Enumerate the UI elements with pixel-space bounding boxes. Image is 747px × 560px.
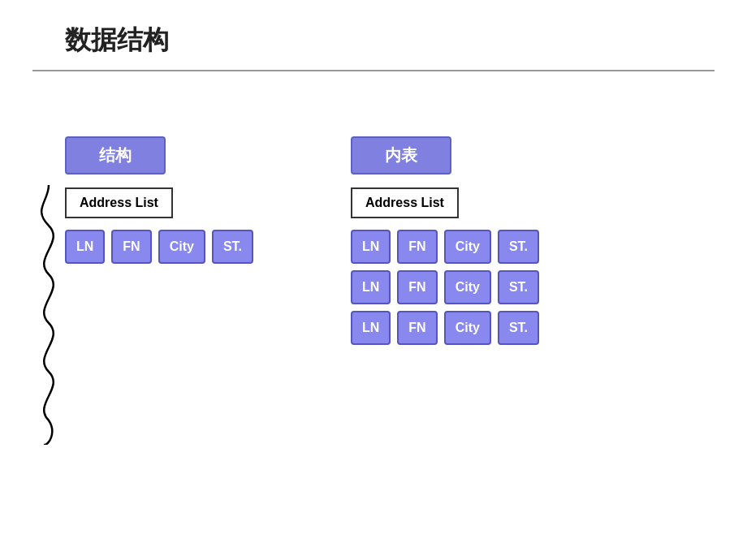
right-row2-fn: FN: [397, 270, 437, 304]
main-content: 结构 Address List LN FN City ST. 内表 Addres…: [0, 88, 747, 377]
left-field-st: ST.: [212, 230, 253, 264]
right-fields-group: LN FN City ST. LN FN City ST. LN FN City…: [351, 230, 539, 345]
right-row2-st: ST.: [498, 270, 539, 304]
left-header: 结构: [65, 136, 166, 174]
right-row3-ln: LN: [351, 311, 391, 345]
right-row3-st: ST.: [498, 311, 539, 345]
right-row1-st: ST.: [498, 230, 539, 264]
right-row3-fn: FN: [397, 311, 437, 345]
left-address-list: Address List: [65, 187, 173, 218]
right-row2-city: City: [444, 270, 491, 304]
left-field-ln: LN: [65, 230, 105, 264]
right-header: 内表: [351, 136, 451, 174]
right-row-1: LN FN City ST.: [351, 230, 539, 264]
left-field-city: City: [158, 230, 205, 264]
right-row3-city: City: [444, 311, 491, 345]
right-row1-fn: FN: [397, 230, 437, 264]
right-row-2: LN FN City ST.: [351, 270, 539, 304]
left-panel: 结构 Address List LN FN City ST.: [65, 136, 253, 264]
right-panel: 内表 Address List LN FN City ST. LN FN Cit…: [351, 136, 539, 345]
right-row1-city: City: [444, 230, 491, 264]
right-row2-ln: LN: [351, 270, 391, 304]
title-divider: [32, 70, 715, 71]
right-row-3: LN FN City ST.: [351, 311, 539, 345]
left-field-fn: FN: [111, 230, 151, 264]
left-fields-row: LN FN City ST.: [65, 230, 253, 264]
right-row1-ln: LN: [351, 230, 391, 264]
page-title: 数据结构: [0, 0, 747, 70]
right-address-list: Address List: [351, 187, 459, 218]
squiggle-decoration: [24, 185, 65, 445]
